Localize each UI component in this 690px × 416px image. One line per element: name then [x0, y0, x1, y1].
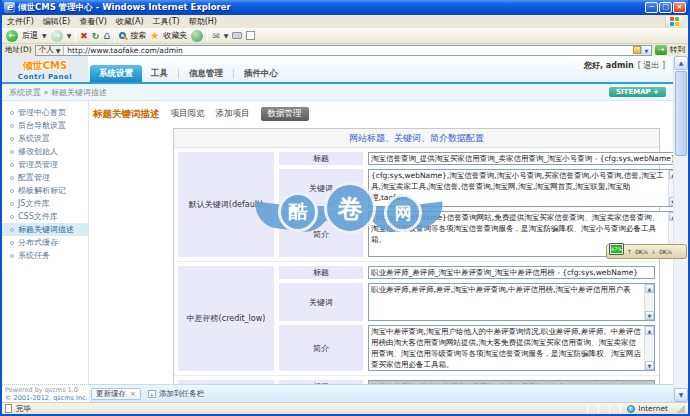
bullet-icon — [10, 111, 14, 115]
intro-textarea[interactable]: 淘宝中差评查询,淘宝用户给他人的中差评查询情况,职业差评师,差评师。中差评信用榜… — [368, 325, 655, 371]
scroll-up-icon[interactable]: ▲ — [645, 284, 654, 293]
menu-help[interactable]: 帮助(H) — [189, 16, 217, 27]
vertical-scrollbar[interactable]: ▲ ▼ — [673, 56, 688, 402]
minimize-button[interactable]: ─ — [645, 2, 658, 13]
mail-dropdown-icon[interactable]: ▼ — [224, 32, 229, 39]
sidebar-item-edit-founder[interactable]: 修改创始人 — [2, 145, 88, 158]
cms-logo: 倾世CMS Contrl Panel — [2, 56, 88, 82]
print-icon[interactable] — [232, 32, 242, 39]
address-combo[interactable]: 个人▼ http://www.taofake.com/admin ▼ — [35, 45, 652, 56]
textarea-scrollbar[interactable]: ▲▼ — [668, 170, 673, 206]
sidebar-item-title-keywords[interactable]: 标题关键词描述 — [2, 223, 88, 236]
toolbar-divider — [207, 30, 208, 42]
status-bar: 完毕 Internet — [2, 402, 688, 414]
textarea-scrollbar[interactable]: ▲▼ — [644, 284, 654, 320]
sidebar-item-system-settings[interactable]: 系统设置 — [2, 132, 88, 145]
sidebar-item-config-management[interactable]: 配置管理 — [2, 171, 88, 184]
sidebar-item-distributed-cache[interactable]: 分布式缓存 — [2, 236, 88, 249]
close-button[interactable]: × — [673, 2, 686, 13]
status-divider — [598, 404, 599, 413]
sidebar-item-js-library[interactable]: JS文件库 — [2, 197, 88, 210]
scroll-up-icon[interactable]: ▲ — [669, 170, 673, 179]
go-icon[interactable]: → — [655, 45, 667, 55]
action-project-list[interactable]: 项目阅览 — [171, 108, 205, 120]
sidebar-item-css-library[interactable]: CSS文件库 — [2, 210, 88, 223]
mail-icon[interactable]: ✉ — [212, 30, 220, 42]
scroll-up-icon[interactable]: ▲ — [674, 56, 688, 70]
menu-favorites[interactable]: 收藏(A) — [116, 16, 144, 27]
tab-plugin-center[interactable]: 插件中心 — [235, 65, 287, 82]
menu-edit[interactable]: 编辑(E) — [43, 16, 70, 27]
network-speed-widget[interactable]: 47% ↑ 0K/s ↓ 0K/s — [606, 244, 687, 259]
forward-dropdown-icon[interactable]: ▼ — [67, 32, 72, 39]
status-page-icon — [5, 404, 12, 413]
keywords-textarea[interactable]: {cfg:sys,webName},淘宝信誉查询,淘宝小号查询,买家信誉查询,小… — [368, 169, 673, 207]
resize-grip-icon[interactable] — [676, 404, 685, 413]
page-icon[interactable] — [246, 31, 255, 40]
tab-tools[interactable]: 工具 — [142, 65, 177, 82]
url-text[interactable]: http://www.taofake.com/admin — [64, 46, 633, 55]
sidebar-item-template-tags[interactable]: 模板解析标记 — [2, 184, 88, 197]
main-content: 标题关键词描述 项目阅览 添加项目 数据管理 网站标题、关键词、简介数据配置 默… — [89, 101, 673, 384]
search-label[interactable]: 搜索 — [130, 30, 146, 41]
browser-window: e 倾世CMS 管理中心 - Windows Internet Explorer… — [0, 0, 690, 416]
back-dropdown-icon[interactable]: ▼ — [42, 32, 47, 39]
close-icon[interactable]: × — [130, 390, 136, 398]
zone-dropdown-icon[interactable]: ▼ — [56, 47, 61, 54]
logout-link[interactable]: [ 退出 ] — [638, 60, 665, 71]
sidebar-item-admin-management[interactable]: 管理员管理 — [2, 158, 88, 171]
sitemap-button[interactable]: SITEMAP + — [609, 87, 666, 97]
favorites-label[interactable]: 收藏夹 — [163, 30, 187, 41]
back-icon[interactable]: ← — [6, 30, 18, 42]
tab-info-management[interactable]: 信息管理 — [180, 65, 232, 82]
sidebar-nav: 管理中心首页 后台导航设置 系统设置 修改创始人 管理员管理 配置管理 模板解析… — [2, 101, 89, 384]
refresh-icon[interactable]: ↻ — [92, 30, 100, 42]
addon-bar: 更新缓存× +添加到任务栏 — [89, 384, 673, 402]
stop-icon[interactable]: ✖ — [80, 30, 88, 42]
sidebar-item-system-tasks[interactable]: 系统任务 — [2, 249, 88, 262]
add-to-taskbar-button[interactable]: +添加到任务栏 — [148, 389, 204, 399]
scrollbar-thumb[interactable] — [675, 71, 687, 156]
scroll-down-icon[interactable]: ▼ — [674, 388, 688, 402]
menu-tools[interactable]: 工具(T) — [153, 16, 180, 27]
menu-file[interactable]: 文件(F) — [7, 16, 34, 27]
favorites-star-icon[interactable]: ★ — [150, 30, 159, 41]
scroll-down-icon[interactable]: ▼ — [645, 311, 654, 320]
status-text: 完毕 — [16, 404, 31, 414]
title-input[interactable]: 淘宝信誉查询_提供淘宝买家信用查询_卖家信用查询_淘宝小号查询 - {cfg:s… — [368, 152, 673, 165]
favicon-icon — [633, 46, 641, 54]
title-input[interactable]: 职业差评师_差评师_淘宝中差评查询_淘宝中差评信用榜 - {cfg:sys,we… — [368, 266, 655, 279]
upload-arrow-icon: ↑ — [627, 248, 632, 255]
textarea-scrollbar[interactable]: ▲▼ — [644, 326, 654, 370]
maximize-button[interactable]: □ — [659, 2, 672, 13]
forward-icon[interactable]: → — [51, 30, 63, 42]
address-dropdown-icon[interactable]: ▼ — [641, 46, 651, 55]
scroll-down-icon[interactable]: ▼ — [645, 361, 654, 370]
scrollbar-track[interactable] — [674, 70, 688, 388]
scroll-up-icon[interactable]: ▲ — [645, 326, 654, 335]
browser-viewport: 倾世CMS Contrl Panel 系统设置 工具 信息管理 插件中心 您好,… — [2, 56, 688, 402]
update-cache-button[interactable]: 更新缓存× — [91, 388, 141, 400]
internet-globe-icon — [627, 405, 635, 413]
tab-system-settings[interactable]: 系统设置 — [90, 65, 142, 82]
go-label[interactable]: 转到 — [670, 45, 685, 55]
toolbar-divider — [114, 30, 115, 42]
config-table: 网站标题、关键词、简介数据配置 默认关键词(default) 标题 淘宝信誉查询… — [173, 128, 660, 384]
scroll-down-icon[interactable]: ▼ — [669, 197, 673, 206]
address-zone[interactable]: 个人▼ — [36, 46, 65, 55]
tab-divider — [178, 69, 179, 78]
back-label[interactable]: 后退 — [22, 30, 38, 41]
action-add-project[interactable]: 添加项目 — [216, 108, 250, 120]
breadcrumb: 系统设置 » 标题关键词描述 — [9, 87, 107, 98]
search-icon[interactable] — [119, 32, 126, 39]
action-data-management[interactable]: 数据管理 — [261, 107, 309, 121]
sidebar-item-nav-settings[interactable]: 后台导航设置 — [2, 119, 88, 132]
home-icon[interactable]: ⌂ — [103, 30, 110, 42]
sidebar-item-home[interactable]: 管理中心首页 — [2, 106, 88, 119]
scroll-up-icon[interactable]: ▲ — [669, 212, 673, 221]
history-icon[interactable] — [191, 30, 203, 42]
keywords-textarea[interactable]: 职业差评师,差评师,差评,淘宝中差评查询,中差评信用榜,淘宝中差评信用用户表▲▼ — [368, 283, 655, 321]
menu-view[interactable]: 查看(V) — [79, 16, 107, 27]
title-input-disabled[interactable]: 淘宝信誉查询_提供淘宝买家信用查询_卖家信用查询 - {cfg:sys,webN… — [368, 380, 655, 384]
bullet-icon — [10, 137, 14, 141]
